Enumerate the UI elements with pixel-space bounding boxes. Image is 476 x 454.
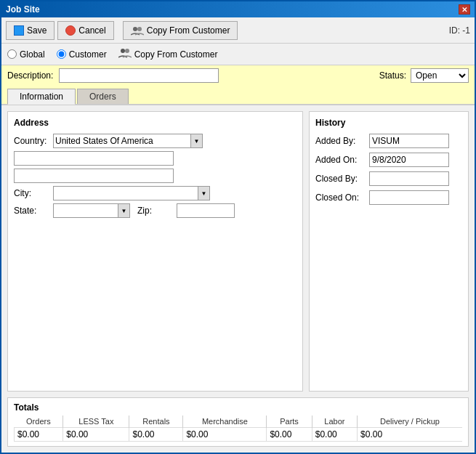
status-select-wrapper: Open Closed Pending xyxy=(411,68,469,83)
totals-cell-6: $0.00 xyxy=(358,428,462,442)
state-select[interactable] xyxy=(53,203,118,218)
copy-icon xyxy=(131,25,144,36)
zip-input[interactable] xyxy=(177,203,235,218)
totals-panel: Totals Orders LESS Tax Rentals Merchandi… xyxy=(7,397,469,447)
close-button[interactable]: ✕ xyxy=(459,4,470,15)
svg-point-1 xyxy=(137,27,142,31)
address-title: Address xyxy=(14,118,297,128)
country-select[interactable]: United States Of America Canada Mexico xyxy=(53,134,191,148)
totals-cell-3: $0.00 xyxy=(183,428,267,442)
main-panels: Address Country: United States Of Americ… xyxy=(7,111,469,392)
closed-on-input[interactable] xyxy=(369,190,449,205)
tab-orders[interactable]: Orders xyxy=(77,89,129,104)
zip-label: Zip: xyxy=(137,206,174,216)
copy-people-icon xyxy=(118,48,132,60)
copy-from-customer-radio[interactable]: Copy From Customer xyxy=(118,48,218,60)
status-label: Status: xyxy=(379,70,406,81)
col-lesstax: LESS Tax xyxy=(63,416,129,428)
totals-header-row: Orders LESS Tax Rentals Merchandise Part… xyxy=(15,416,463,428)
copy-from-customer-label: Copy From Customer xyxy=(134,49,218,60)
closed-by-input[interactable] xyxy=(369,171,449,186)
address-line1-input[interactable] xyxy=(14,151,174,166)
state-select-wrapper: ▼ xyxy=(53,203,130,218)
totals-table: Orders LESS Tax Rentals Merchandise Part… xyxy=(14,416,462,442)
added-by-input[interactable] xyxy=(369,134,449,148)
totals-cell-0: $0.00 xyxy=(15,428,63,442)
content-area: Address Country: United States Of Americ… xyxy=(1,105,475,453)
customer-radio-input[interactable] xyxy=(57,49,66,59)
history-panel: History Added By: Added On: Closed By: C… xyxy=(309,111,469,392)
save-icon xyxy=(14,25,24,36)
svg-point-0 xyxy=(133,27,137,31)
tab-strip: Information Orders xyxy=(1,86,475,105)
window-id: ID: -1 xyxy=(449,25,470,36)
col-labor: Labor xyxy=(312,416,357,428)
col-merchandise: Merchandise xyxy=(183,416,267,428)
status-select[interactable]: Open Closed Pending xyxy=(411,68,469,83)
state-dropdown-arrow[interactable]: ▼ xyxy=(118,203,130,218)
city-select-wrapper: ▼ xyxy=(53,186,210,200)
col-orders: Orders xyxy=(15,416,63,428)
customer-radio[interactable]: Customer xyxy=(57,49,107,60)
col-rentals: Rentals xyxy=(129,416,183,428)
city-select[interactable] xyxy=(53,186,198,200)
description-label: Description: xyxy=(7,70,53,81)
city-label: City: xyxy=(14,188,50,198)
totals-cell-4: $0.00 xyxy=(267,428,312,442)
global-radio[interactable]: Global xyxy=(7,49,45,60)
description-bar: Description: Status: Open Closed Pending xyxy=(1,65,475,86)
col-delivery: Delivery / Pickup xyxy=(358,416,462,428)
col-parts: Parts xyxy=(267,416,312,428)
totals-cell-5: $0.00 xyxy=(312,428,357,442)
closed-on-row: Closed On: xyxy=(315,190,462,205)
global-radio-input[interactable] xyxy=(7,49,17,59)
address-panel: Address Country: United States Of Americ… xyxy=(7,111,303,392)
city-row: City: ▼ xyxy=(14,186,297,200)
country-select-wrapper: United States Of America Canada Mexico ▼ xyxy=(53,134,203,148)
toolbar-left: Save Cancel Copy From Customer xyxy=(6,21,238,40)
added-on-label: Added On: xyxy=(315,155,366,165)
copy-from-customer-button[interactable]: Copy From Customer xyxy=(123,21,238,40)
totals-cell-1: $0.00 xyxy=(63,428,129,442)
added-on-row: Added On: xyxy=(315,153,462,167)
state-zip-row: State: ▼ Zip: xyxy=(14,203,297,218)
closed-on-label: Closed On: xyxy=(315,192,366,203)
cancel-button[interactable]: Cancel xyxy=(57,21,113,40)
history-title: History xyxy=(315,118,462,128)
added-by-label: Added By: xyxy=(315,136,366,146)
city-dropdown-arrow[interactable]: ▼ xyxy=(198,186,210,200)
svg-point-3 xyxy=(125,49,129,53)
state-label: State: xyxy=(14,206,50,216)
added-on-input[interactable] xyxy=(369,153,449,167)
title-bar: Job Site ✕ xyxy=(1,1,475,17)
save-button[interactable]: Save xyxy=(6,21,55,40)
global-label: Global xyxy=(20,49,45,60)
closed-by-label: Closed By: xyxy=(315,174,366,184)
customer-label: Customer xyxy=(69,49,107,60)
radio-bar: Global Customer Copy From Customer xyxy=(1,44,475,65)
added-by-row: Added By: xyxy=(315,134,462,148)
address-line2-input[interactable] xyxy=(14,169,174,183)
country-row: Country: United States Of America Canada… xyxy=(14,134,297,148)
toolbar: Save Cancel Copy From Customer ID: -1 xyxy=(1,17,475,44)
window-title: Job Site xyxy=(6,4,40,15)
main-window: Job Site ✕ Save Cancel xyxy=(0,0,476,454)
description-input[interactable] xyxy=(59,68,219,83)
totals-data-row: $0.00$0.00$0.00$0.00$0.00$0.00$0.00 xyxy=(15,428,463,442)
status-area: Status: Open Closed Pending xyxy=(379,68,469,83)
closed-by-row: Closed By: xyxy=(315,171,462,186)
country-label: Country: xyxy=(14,136,50,146)
totals-cell-2: $0.00 xyxy=(129,428,183,442)
svg-point-2 xyxy=(121,49,125,53)
tab-information[interactable]: Information xyxy=(7,89,76,105)
cancel-icon xyxy=(65,25,76,36)
country-dropdown-arrow[interactable]: ▼ xyxy=(191,134,203,148)
totals-title: Totals xyxy=(14,402,462,413)
